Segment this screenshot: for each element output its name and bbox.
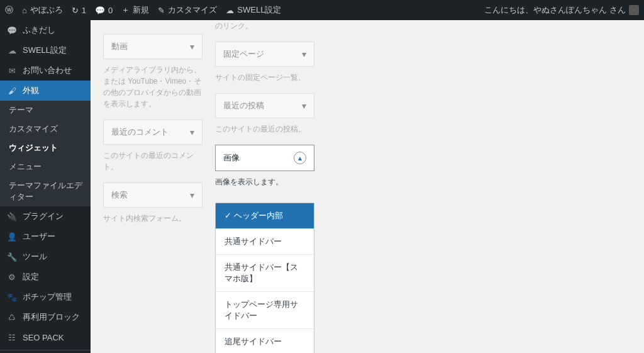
comments-link[interactable]: 💬 0 <box>95 6 113 15</box>
widget-video[interactable]: 動画▾ <box>103 34 203 59</box>
area-header-inner[interactable]: ヘッダー内部 <box>216 203 314 229</box>
menu-swell[interactable]: ☁SWELL設定 <box>0 40 91 60</box>
user-icon: 👤 <box>6 231 18 242</box>
updates-link[interactable]: ↻ 1 <box>72 6 86 15</box>
widget-pages-desc: サイトの固定ページ一覧。 <box>215 69 314 93</box>
submenu-customize[interactable]: カスタマイズ <box>0 120 91 138</box>
recycle-icon: ♺ <box>6 311 18 323</box>
submenu-widgets[interactable]: ウィジェット <box>0 138 91 157</box>
widget-column-right: のリンク。 固定ページ▾ サイトの固定ページ一覧。 最近の投稿▾ このサイトの最… <box>215 20 314 353</box>
comment-icon: 💬 <box>95 6 105 15</box>
menu-contact[interactable]: ✉お問い合わせ <box>0 60 91 81</box>
widget-image[interactable]: 画像 ▴ <box>215 145 314 171</box>
brush-icon: 🖌 <box>6 85 18 96</box>
menu-users[interactable]: 👤ユーザー <box>0 227 91 247</box>
submenu-themes[interactable]: テーマ <box>0 101 91 120</box>
menu-plugins[interactable]: 🔌プラグイン <box>0 206 91 227</box>
area-common-sidebar-sp[interactable]: 共通サイドバー【スマホ版】 <box>216 255 314 292</box>
widget-image-desc: 画像を表示します。 <box>215 174 314 198</box>
area-common-sidebar[interactable]: 共通サイドバー <box>216 229 314 255</box>
user-avatar <box>629 5 639 15</box>
swell-icon: ☁ <box>6 45 18 56</box>
admin-sidebar: 💬ふきだし ☁SWELL設定 ✉お問い合わせ 🖌外観 テーマ カスタマイズ ウィ… <box>0 20 91 353</box>
menu-tools[interactable]: 🔧ツール <box>0 247 91 267</box>
user-greeting[interactable]: こんにちは、やぬさんぽんちゃん さん <box>484 4 639 16</box>
widget-prev-desc: のリンク。 <box>215 20 314 42</box>
chart-icon: ☷ <box>6 332 18 343</box>
submenu-theme-editor[interactable]: テーマファイルエディター <box>0 176 91 206</box>
speech-icon: 💬 <box>6 25 18 36</box>
plugin-icon: 🔌 <box>6 211 18 222</box>
widget-search[interactable]: 検索▾ <box>103 182 203 208</box>
widget-recent-comments[interactable]: 最近のコメント▾ <box>103 120 203 145</box>
swell-icon: ☁ <box>226 6 234 15</box>
widget-video-desc: メディアライブラリ内から、または YouTube・Vimeo・その他のプロバイダ… <box>103 62 203 120</box>
content-area: 動画▾ メディアライブラリ内から、または YouTube・Vimeo・その他のプ… <box>91 20 644 353</box>
submenu-menus[interactable]: メニュー <box>0 157 91 176</box>
chevron-down-icon: ▾ <box>190 42 194 52</box>
widget-search-desc: サイト内検索フォーム。 <box>103 210 203 234</box>
widget-recent-comments-desc: このサイトの最近のコメント。 <box>103 147 203 182</box>
widget-recent-posts-desc: このサイトの最近の投稿。 <box>215 121 314 145</box>
mail-icon: ✉ <box>6 65 18 76</box>
widget-area-selector: ヘッダー内部 共通サイドバー 共通サイドバー【スマホ版】 トップページ専用サイド… <box>215 203 314 353</box>
chevron-down-icon: ▾ <box>302 101 306 111</box>
site-home-link[interactable]: ⌂ やぼぶろ <box>22 4 63 16</box>
swell-settings-link[interactable]: ☁ SWELL設定 <box>226 4 281 16</box>
widget-recent-posts[interactable]: 最近の投稿▾ <box>215 93 314 118</box>
wrench-icon: 🔧 <box>6 251 18 262</box>
new-content-link[interactable]: ＋ 新規 <box>121 4 149 16</box>
update-icon: ↻ <box>72 6 79 15</box>
menu-appearance[interactable]: 🖌外観 <box>0 81 91 101</box>
chevron-up-icon: ▴ <box>294 152 306 164</box>
widget-column-left: 動画▾ メディアライブラリ内から、または YouTube・Vimeo・その他のプ… <box>103 20 203 353</box>
menu-fukidashi[interactable]: 💬ふきだし <box>0 20 91 40</box>
plus-icon: ＋ <box>121 4 130 16</box>
menu-seopack[interactable]: ☷SEO PACK <box>0 327 91 347</box>
menu-pochipp[interactable]: 🐾ポチップ管理 <box>0 287 91 307</box>
customize-link[interactable]: ✎ カスタマイズ <box>158 4 217 16</box>
paw-icon: 🐾 <box>6 291 18 303</box>
menu-reusable-blocks[interactable]: ♺再利用ブロック <box>0 307 91 327</box>
appearance-submenu: テーマ カスタマイズ ウィジェット メニュー テーマファイルエディター <box>0 101 91 206</box>
widget-pages[interactable]: 固定ページ▾ <box>215 42 314 67</box>
chevron-down-icon: ▾ <box>190 127 194 137</box>
wp-logo[interactable]: ⓦ <box>5 4 13 16</box>
brush-icon: ✎ <box>158 6 165 15</box>
chevron-down-icon: ▾ <box>302 49 306 59</box>
admin-bar: ⓦ ⌂ やぼぶろ ↻ 1 💬 0 ＋ 新規 ✎ カスタマイズ ☁ SWELL設定… <box>0 0 644 20</box>
home-icon: ⌂ <box>22 6 27 15</box>
menu-settings[interactable]: ⚙設定 <box>0 267 91 287</box>
chevron-down-icon: ▾ <box>190 190 194 200</box>
area-sticky-sidebar[interactable]: 追尾サイドバー <box>216 329 314 353</box>
gear-icon: ⚙ <box>6 271 18 283</box>
area-top-sidebar[interactable]: トップページ専用サイドバー <box>216 292 314 329</box>
